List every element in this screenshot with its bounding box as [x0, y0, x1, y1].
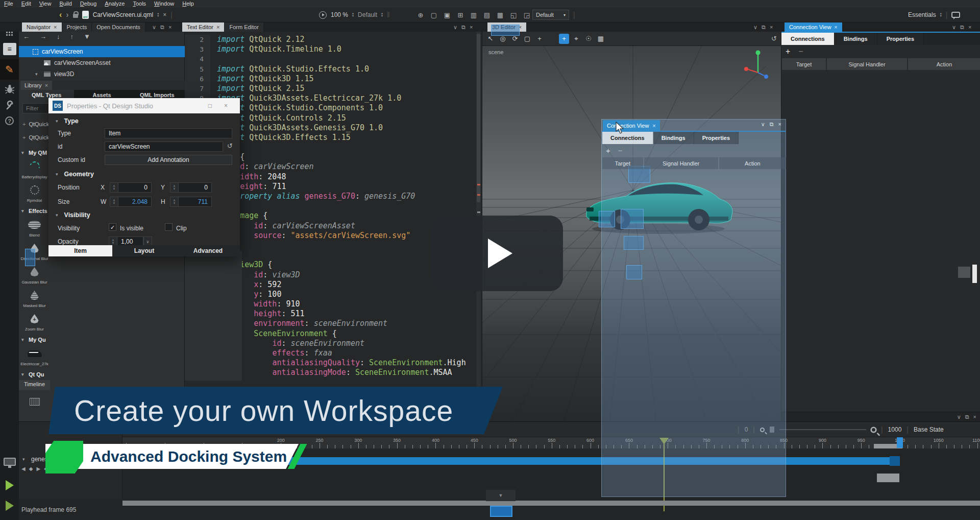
zoom-stepper-icon[interactable]: ▴▾ [352, 12, 354, 17]
connection-column-header[interactable]: Action [908, 58, 980, 70]
connection-column-header[interactable]: Target [782, 58, 826, 70]
3d-tool-icon[interactable]: + [534, 34, 545, 44]
library-pane-tab[interactable]: Library× [20, 81, 52, 90]
state-selector[interactable]: Default [358, 11, 377, 18]
h-field[interactable]: 711 [178, 197, 212, 207]
open-document-name[interactable]: CarViewScreen.ui.qml [93, 11, 154, 18]
library-component-tile[interactable]: Masked Blur [19, 287, 50, 311]
pane-controls[interactable]: ∨⧉× [753, 22, 773, 32]
toolbar-icon[interactable]: ▥ [469, 10, 478, 19]
connection-tab[interactable]: Bindings [653, 132, 694, 144]
section-header[interactable]: Type [64, 117, 79, 125]
keyframe-icon[interactable]: ◆ [29, 466, 33, 471]
toolbar-icon[interactable]: ◲ [522, 10, 531, 19]
clip-checkbox[interactable] [165, 223, 173, 231]
timeline-component-icon[interactable] [19, 393, 50, 417]
menu-item[interactable]: Edit [17, 0, 35, 8]
keyframe-controls[interactable]: ◀◆▶● [21, 466, 47, 471]
properties-dialog[interactable]: DS Properties - Qt Design Studio □ × ▾Ty… [48, 98, 240, 256]
menu-item[interactable]: Help [178, 0, 198, 8]
pane-controls[interactable]: ∨⧉× [761, 121, 781, 128]
add-connection-button[interactable]: + [786, 47, 790, 56]
timeline-bar-end-handle[interactable] [890, 456, 900, 466]
3d-tool-icon[interactable]: ▦ [596, 34, 606, 44]
pane-tab[interactable]: 3D Editor× [487, 22, 527, 32]
x-field[interactable]: 0 [118, 182, 152, 193]
debug-run-button[interactable] [0, 501, 19, 511]
library-component-tile[interactable]: Rpmdial [19, 182, 50, 205]
pane-controls[interactable]: ∨⧉× [952, 22, 971, 32]
x-spinner[interactable]: ∧∨ [110, 182, 118, 193]
library-component-tile[interactable]: Gaussian Blur [19, 264, 50, 287]
connection-tab[interactable]: Connections [781, 33, 835, 45]
id-field[interactable]: carViewScreen [105, 141, 223, 152]
toolbar-icon[interactable]: ▤ [482, 10, 492, 19]
toolbar-icon[interactable]: ▢ [429, 10, 438, 19]
design-mode-icon[interactable]: ✎ [0, 59, 19, 80]
menu-item[interactable]: File [0, 0, 17, 8]
timeline-scrollbar[interactable] [122, 501, 980, 506]
connection-column-header[interactable]: Signal Handler [644, 157, 718, 169]
y-field[interactable]: 0 [178, 182, 212, 193]
scrollbar-handle[interactable] [972, 265, 977, 283]
zoom-level[interactable]: 100 % [331, 11, 348, 18]
navigator-tool-icon[interactable]: ← [23, 33, 30, 40]
reset-id-icon[interactable]: ↺ [227, 142, 233, 150]
section-header[interactable]: Geometry [64, 171, 94, 178]
keyframe-icon[interactable]: ▶ [36, 466, 40, 471]
menu-item[interactable]: Analyze [101, 0, 129, 8]
navigator-tree-item[interactable]: ▾ view3D [19, 68, 185, 80]
close-tab-icon[interactable]: × [834, 24, 837, 30]
type-field[interactable]: Item [105, 128, 232, 138]
menu-item[interactable]: View [35, 0, 56, 8]
add-annotation-button[interactable]: Add Annotation [105, 155, 232, 165]
library-component-tile[interactable]: Batterydisplay [19, 158, 50, 182]
add-connection-button[interactable]: + [606, 146, 610, 155]
timeline-track-row[interactable]: ▾genes [22, 456, 48, 463]
feedback-icon[interactable] [951, 12, 960, 18]
3d-tool-icon[interactable]: ▢ [522, 34, 532, 44]
dialog-title-bar[interactable]: DS Properties - Qt Design Studio □ × [48, 98, 240, 113]
close-tab-icon[interactable]: × [652, 123, 655, 129]
run-preview-icon[interactable] [319, 11, 327, 19]
remove-connection-button[interactable]: − [618, 146, 623, 155]
library-component-tile[interactable]: Electriccar_27k [19, 345, 50, 369]
library-component-tile[interactable]: Zoom Blur [19, 311, 50, 334]
library-component-tile[interactable]: Directional Blur [19, 240, 50, 264]
timeline-selected-button[interactable] [490, 506, 512, 517]
menu-item[interactable]: Debug [76, 0, 101, 8]
library-component-tile[interactable]: Blend [19, 217, 50, 240]
reset-view-icon[interactable]: ↺ [771, 35, 777, 42]
style-selector[interactable]: Default▾ [532, 10, 569, 20]
3d-tool-icon[interactable] [547, 34, 557, 44]
maximize-icon[interactable]: □ [208, 102, 212, 109]
kit-selector-icon[interactable] [0, 458, 19, 466]
close-tab-icon[interactable]: × [519, 24, 522, 30]
toolbar-icon[interactable]: ⊕ [416, 10, 425, 19]
connection-tab[interactable]: Bindings [835, 33, 877, 45]
y-spinner[interactable]: ∧∨ [170, 182, 179, 193]
library-section-header[interactable]: ▾My Qu [19, 334, 50, 345]
end-frame-value[interactable]: 1000 [888, 426, 902, 433]
back-icon[interactable]: ‹ [59, 10, 62, 19]
toolbar-icon[interactable]: ▦ [496, 10, 505, 19]
lock-icon[interactable] [73, 14, 78, 18]
close-icon[interactable]: × [224, 102, 228, 109]
pane-controls[interactable]: ∨⧉× [957, 412, 976, 421]
3d-tool-icon[interactable]: ↖ [485, 34, 496, 44]
zoom-in-icon[interactable] [870, 427, 876, 433]
projects-mode-icon[interactable] [0, 100, 19, 110]
pane-controls[interactable]: ∨⧉× [152, 22, 172, 32]
menu-item[interactable]: Tools [129, 0, 150, 8]
pane-tab[interactable]: Form Editor [225, 22, 263, 32]
pane-tab[interactable]: Text Editor× [182, 22, 225, 32]
keyframe-icon[interactable]: ◀ [21, 466, 26, 471]
properties-tab[interactable]: Advanced [176, 245, 240, 256]
pane-tab[interactable]: Open Documents [92, 22, 145, 32]
connection-column-header[interactable]: Signal Handler [827, 58, 907, 70]
w-field[interactable]: 2.048 [118, 197, 152, 207]
edit-mode-icon[interactable]: ≡ [0, 43, 19, 55]
axis-gizmo-icon[interactable] [738, 47, 778, 88]
3d-tool-icon[interactable]: + [559, 34, 569, 44]
connection-tab[interactable]: Properties [694, 132, 739, 144]
